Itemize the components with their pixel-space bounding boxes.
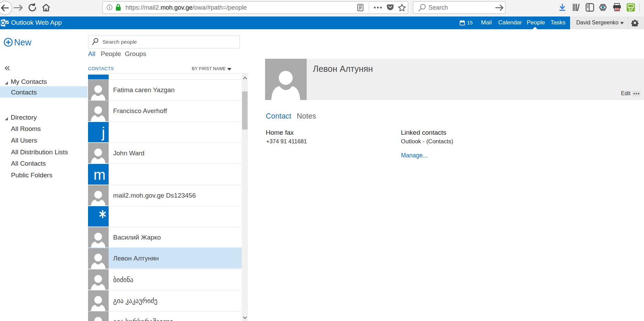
svg-text:PDF: PDF [615, 8, 620, 10]
